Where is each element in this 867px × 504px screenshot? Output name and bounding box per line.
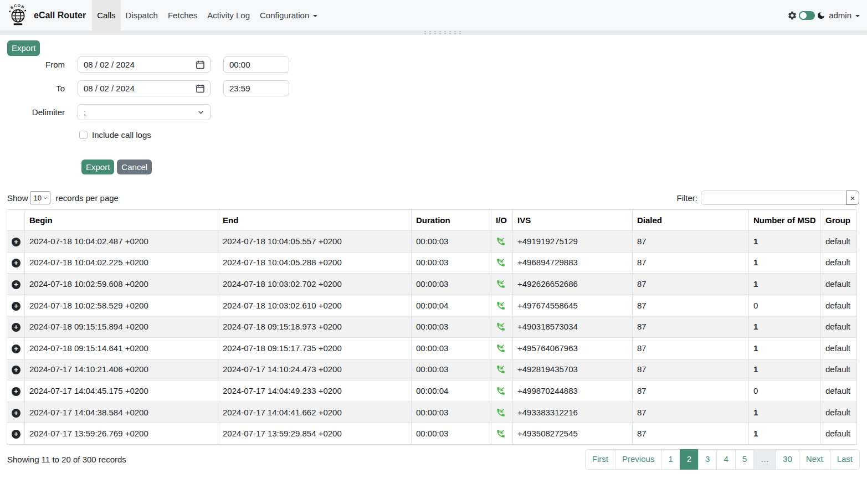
from-date-value: 08 / 02 / 2024 xyxy=(84,60,135,69)
cell-end: 2024-07-18 09:15:18.973 +0200 xyxy=(218,316,412,338)
page-next[interactable]: Next xyxy=(799,449,830,470)
cell-group: default xyxy=(821,337,857,359)
nav-item-label: Configuration xyxy=(260,11,309,20)
to-date-input[interactable]: 08 / 02 / 2024 xyxy=(78,80,211,96)
cell-duration: 00:00:03 xyxy=(412,337,491,359)
expand-row-button[interactable]: + xyxy=(12,430,20,439)
from-date-input[interactable]: 08 / 02 / 2024 xyxy=(78,56,211,73)
chevron-down-icon xyxy=(313,15,317,17)
nav-item-calls[interactable]: Calls xyxy=(92,0,120,30)
page-size-value: 10 xyxy=(34,194,42,202)
page-3[interactable]: 3 xyxy=(698,449,717,470)
expand-row-button[interactable]: + xyxy=(12,344,20,353)
svg-text:O: O xyxy=(17,4,20,8)
expand-row-button[interactable]: + xyxy=(12,238,20,246)
svg-text:C: C xyxy=(13,4,17,8)
expand-row-button[interactable]: + xyxy=(12,366,20,374)
filter-input[interactable] xyxy=(701,191,847,205)
cell-expand: + xyxy=(7,252,25,274)
table-row: +2024-07-18 10:02:59.608 +02002024-07-18… xyxy=(7,274,857,295)
cell-dialed: 87 xyxy=(633,423,749,445)
cell-dialed: 87 xyxy=(633,402,749,423)
theme-toggle-switch[interactable] xyxy=(799,11,815,20)
page-30[interactable]: 30 xyxy=(776,449,799,470)
delimiter-select[interactable]: ; xyxy=(78,104,211,120)
dark-mode-moon-icon xyxy=(817,11,825,20)
cell-msd: 1 xyxy=(749,252,821,274)
user-menu[interactable]: admin xyxy=(829,11,860,20)
toggle-knob xyxy=(800,12,807,19)
page-ellipsis: … xyxy=(753,449,776,470)
table-footer: Showing 11 to 20 of 300 records FirstPre… xyxy=(0,449,867,470)
delimiter-row: Delimiter ; xyxy=(7,104,867,120)
splitter-bar[interactable] xyxy=(0,30,867,35)
svg-text:N: N xyxy=(20,4,24,9)
expand-row-button[interactable]: + xyxy=(12,409,20,418)
to-time-input[interactable]: 23:59 xyxy=(223,80,289,96)
cell-expand: + xyxy=(7,402,25,423)
cell-end: 2024-07-18 09:15:17.735 +0200 xyxy=(218,337,412,359)
cell-group: default xyxy=(821,295,857,316)
page-5[interactable]: 5 xyxy=(735,449,754,470)
cell-begin: 2024-07-18 09:15:14.641 +0200 xyxy=(25,337,218,359)
page-4[interactable]: 4 xyxy=(716,449,735,470)
nav-item-fetches[interactable]: Fetches xyxy=(163,0,202,30)
table-row: +2024-07-18 10:04:02.487 +02002024-07-18… xyxy=(7,231,857,253)
cell-end: 2024-07-18 10:04:05.288 +0200 xyxy=(218,252,412,274)
page-last[interactable]: Last xyxy=(830,449,860,470)
table-row: +2024-07-18 10:02:58.529 +02002024-07-18… xyxy=(7,295,857,316)
page-size-select[interactable]: 10 xyxy=(30,191,50,204)
to-time-value: 23:59 xyxy=(229,84,250,93)
cell-begin: 2024-07-17 14:04:45.175 +0200 xyxy=(25,380,218,402)
cell-io xyxy=(491,423,513,445)
incoming-call-icon xyxy=(496,343,506,353)
page-1[interactable]: 1 xyxy=(661,449,680,470)
page-first[interactable]: First xyxy=(585,449,615,470)
clear-x-icon: × xyxy=(850,193,855,203)
cell-ivs: +496894729883 xyxy=(513,252,633,274)
filter-label: Filter: xyxy=(677,193,698,203)
cell-end: 2024-07-17 14:04:41.662 +0200 xyxy=(218,402,412,423)
page-size-group: Show 10 records per page xyxy=(7,191,119,204)
cell-begin: 2024-07-17 14:10:21.406 +0200 xyxy=(25,359,218,380)
expand-row-button[interactable]: + xyxy=(12,280,20,289)
calendar-icon xyxy=(196,84,204,93)
cell-duration: 00:00:03 xyxy=(412,316,491,338)
from-time-input[interactable]: 00:00 xyxy=(223,56,289,73)
expand-row-button[interactable]: + xyxy=(12,323,20,332)
page-2[interactable]: 2 xyxy=(680,449,699,470)
col-header-expand xyxy=(7,210,25,231)
export-toggle-button[interactable]: Export xyxy=(7,40,40,56)
cell-begin: 2024-07-18 10:02:59.608 +0200 xyxy=(25,274,218,295)
incoming-call-icon xyxy=(496,429,506,439)
settings-gear-icon[interactable] xyxy=(787,11,797,20)
nav-item-label: Dispatch xyxy=(126,11,158,20)
cell-expand: + xyxy=(7,295,25,316)
chevron-down-icon xyxy=(43,196,48,200)
cell-duration: 00:00:03 xyxy=(412,423,491,445)
cell-begin: 2024-07-18 10:02:58.529 +0200 xyxy=(25,295,218,316)
cell-ivs: +499870244883 xyxy=(513,380,633,402)
table-controls: Show 10 records per page Filter: × xyxy=(0,191,867,205)
cancel-button[interactable]: Cancel xyxy=(117,160,152,174)
cell-msd: 1 xyxy=(749,231,821,253)
nav-item-activity-log[interactable]: Activity Log xyxy=(202,0,255,30)
include-logs-row: Include call logs xyxy=(79,128,867,141)
expand-row-button[interactable]: + xyxy=(12,259,20,268)
include-call-logs-checkbox[interactable] xyxy=(79,131,88,139)
filter-clear-button[interactable]: × xyxy=(846,191,859,205)
page-previous[interactable]: Previous xyxy=(615,449,661,470)
expand-row-button[interactable]: + xyxy=(12,387,20,396)
cell-dialed: 87 xyxy=(633,316,749,338)
nav-item-dispatch[interactable]: Dispatch xyxy=(121,0,163,30)
records-per-page-label: records per page xyxy=(56,193,119,203)
table-row: +2024-07-17 13:59:26.769 +02002024-07-17… xyxy=(7,423,857,445)
cell-end: 2024-07-18 10:03:02.610 +0200 xyxy=(218,295,412,316)
export-submit-button[interactable]: Export xyxy=(81,160,114,174)
nav-item-configuration[interactable]: Configuration xyxy=(255,0,322,30)
cell-end: 2024-07-17 13:59:29.854 +0200 xyxy=(218,423,412,445)
cell-begin: 2024-07-18 10:04:02.487 +0200 xyxy=(25,231,218,253)
cell-msd: 1 xyxy=(749,316,821,338)
expand-row-button[interactable]: + xyxy=(12,302,20,311)
cell-begin: 2024-07-18 09:15:15.894 +0200 xyxy=(25,316,218,338)
